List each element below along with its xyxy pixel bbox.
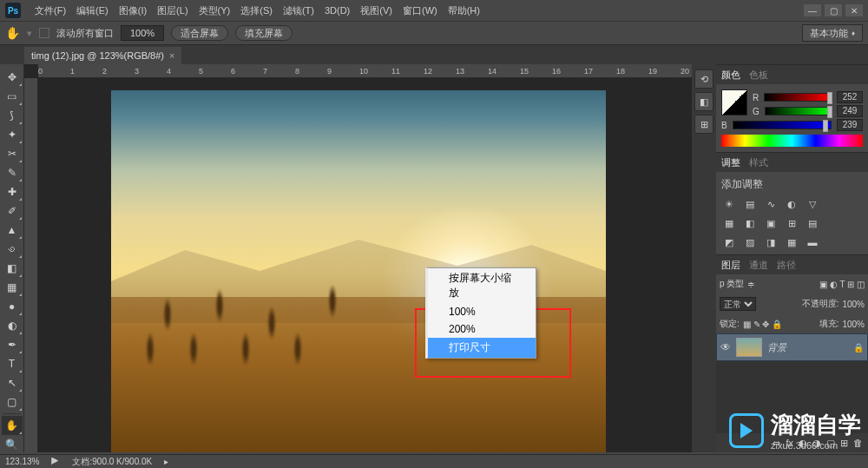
adj-exposure-icon[interactable]: ◐ bbox=[784, 197, 799, 211]
layer-background[interactable]: 👁 背景 🔒 bbox=[716, 333, 868, 361]
menu-help[interactable]: 帮助(H) bbox=[443, 4, 485, 17]
brush-tool[interactable]: ✐ bbox=[2, 201, 23, 221]
shape-tool[interactable]: ▢ bbox=[2, 392, 23, 412]
scroll-all-checkbox[interactable] bbox=[39, 28, 49, 38]
adj-curves-icon[interactable]: ∿ bbox=[763, 197, 779, 211]
hand-tool[interactable]: ✋ bbox=[2, 416, 23, 435]
maximize-button[interactable]: ▢ bbox=[825, 4, 842, 16]
status-zoom[interactable]: 123.13% bbox=[5, 457, 39, 466]
character-panel-icon[interactable]: ⊞ bbox=[694, 115, 713, 134]
ruler-horizontal[interactable]: 01234567891011121314151617181920 bbox=[38, 64, 692, 78]
adj-vibrance-icon[interactable]: ▽ bbox=[805, 197, 820, 211]
scroll-all-label: 滚动所有窗口 bbox=[56, 27, 114, 40]
ps-logo: Ps bbox=[5, 3, 21, 18]
pen-tool[interactable]: ✒ bbox=[2, 335, 23, 354]
tab-layers[interactable]: 图层 bbox=[721, 259, 740, 272]
menu-3d[interactable]: 3D(D) bbox=[319, 5, 355, 16]
lasso-tool[interactable]: ⟆ bbox=[2, 106, 23, 125]
menu-view[interactable]: 视图(V) bbox=[355, 4, 398, 17]
tab-color[interactable]: 颜色 bbox=[721, 69, 740, 82]
r-slider[interactable] bbox=[764, 93, 832, 102]
menu-filter[interactable]: 滤镜(T) bbox=[278, 4, 319, 17]
spectrum-bar[interactable] bbox=[721, 135, 863, 147]
adj-gradient-icon[interactable]: ▬ bbox=[805, 235, 820, 249]
blur-tool[interactable]: ● bbox=[2, 297, 23, 316]
menu-layer[interactable]: 图层(L) bbox=[152, 4, 193, 17]
options-bar: ✋ ▾ 滚动所有窗口 100% 适合屏幕 填充屏幕 基本功能♦ bbox=[0, 21, 868, 45]
type-tool[interactable]: T bbox=[2, 354, 23, 373]
status-doc[interactable]: 文档:900.0 K/900.0K bbox=[72, 456, 152, 468]
document-tab[interactable]: timg (12).jpg @ 123%(RGB/8#) × bbox=[24, 47, 181, 64]
fg-bg-swatch[interactable] bbox=[721, 89, 747, 115]
ruler-vertical[interactable] bbox=[24, 78, 38, 452]
color-panel: 颜色 色板 R252 G249 B239 bbox=[716, 64, 868, 152]
adj-lookup-icon[interactable]: ▤ bbox=[805, 216, 820, 230]
path-tool[interactable]: ↖ bbox=[2, 373, 23, 392]
fill-screen-button[interactable]: 填充屏幕 bbox=[235, 25, 293, 41]
adj-threshold-icon[interactable]: ◨ bbox=[763, 235, 779, 249]
tab-paths[interactable]: 路径 bbox=[777, 259, 796, 272]
b-value[interactable]: 239 bbox=[837, 119, 863, 131]
g-value[interactable]: 249 bbox=[837, 105, 863, 117]
dodge-tool[interactable]: ◐ bbox=[2, 316, 23, 335]
menu-select[interactable]: 选择(S) bbox=[235, 4, 278, 17]
menu-image[interactable]: 图像(I) bbox=[114, 4, 152, 17]
toolbox: ✥ ▭ ⟆ ✦ ✂ ✎ ✚ ✐ ▲ ꩜ ◧ ▦ ● ◐ ✒ T ↖ ▢ ✋ 🔍 … bbox=[0, 64, 24, 452]
healing-tool[interactable]: ✚ bbox=[2, 182, 23, 201]
adj-brightness-icon[interactable]: ☀ bbox=[721, 197, 737, 211]
menu-type[interactable]: 类型(Y) bbox=[194, 4, 236, 17]
properties-panel-icon[interactable]: ◧ bbox=[694, 92, 713, 111]
hand-tool-icon[interactable]: ✋ bbox=[5, 26, 20, 40]
close-button[interactable]: ✕ bbox=[845, 4, 863, 16]
ctx-fit-screen[interactable]: 按屏幕大小缩放 bbox=[428, 268, 536, 303]
gradient-tool[interactable]: ▦ bbox=[2, 278, 23, 297]
menu-file[interactable]: 文件(F) bbox=[30, 4, 71, 17]
panel-stack: 颜色 色板 R252 G249 B239 调整 样式 添加调整 ☀▤∿◐▽ bbox=[716, 64, 868, 452]
close-tab-icon[interactable]: × bbox=[169, 50, 174, 61]
ctx-100[interactable]: 100% bbox=[428, 303, 536, 320]
adj-selective-icon[interactable]: ▦ bbox=[784, 235, 799, 249]
ctx-200[interactable]: 200% bbox=[428, 320, 536, 338]
zoom-tool[interactable]: 🔍 bbox=[2, 435, 23, 454]
doc-info-icon[interactable]: ⯈ bbox=[51, 457, 60, 466]
visibility-icon[interactable]: 👁 bbox=[720, 341, 731, 353]
zoom-field[interactable]: 100% bbox=[121, 25, 164, 41]
watermark: 溜溜自学 zixue.3d66.com bbox=[729, 410, 861, 451]
magic-wand-tool[interactable]: ✦ bbox=[2, 125, 23, 144]
tab-styles[interactable]: 样式 bbox=[749, 156, 768, 169]
adj-poster-icon[interactable]: ▨ bbox=[742, 235, 758, 249]
menu-window[interactable]: 窗口(W) bbox=[398, 4, 443, 17]
ctx-print-size[interactable]: 打印尺寸 bbox=[428, 338, 536, 358]
menu-edit[interactable]: 编辑(E) bbox=[71, 4, 114, 17]
crop-tool[interactable]: ✂ bbox=[2, 144, 23, 163]
adj-photo-icon[interactable]: ▣ bbox=[763, 216, 779, 230]
marquee-tool[interactable]: ▭ bbox=[2, 87, 23, 106]
minimize-button[interactable]: — bbox=[804, 4, 821, 16]
fit-screen-button[interactable]: 适合屏幕 bbox=[171, 25, 228, 41]
adj-hue-icon[interactable]: ▦ bbox=[721, 216, 737, 230]
menu-bar: Ps 文件(F) 编辑(E) 图像(I) 图层(L) 类型(Y) 选择(S) 滤… bbox=[0, 0, 868, 21]
tab-adjustments[interactable]: 调整 bbox=[721, 156, 740, 169]
blend-mode-select[interactable]: 正常 bbox=[720, 297, 756, 311]
eyedropper-tool[interactable]: ✎ bbox=[2, 163, 23, 182]
lock-icon: 🔒 bbox=[853, 343, 864, 353]
collapsed-dock: ⟲ ◧ ⊞ bbox=[692, 64, 716, 452]
stamp-tool[interactable]: ▲ bbox=[2, 221, 23, 240]
move-tool[interactable]: ✥ bbox=[2, 68, 23, 87]
adj-invert-icon[interactable]: ◩ bbox=[721, 235, 737, 249]
history-brush-tool[interactable]: ꩜ bbox=[2, 240, 23, 259]
tab-swatches[interactable]: 色板 bbox=[749, 69, 768, 82]
canvas-area[interactable]: 01234567891011121314151617181920 bbox=[24, 64, 692, 452]
adj-mixer-icon[interactable]: ⊞ bbox=[784, 216, 799, 230]
context-menu: 按屏幕大小缩放 100% 200% 打印尺寸 bbox=[425, 267, 536, 359]
adj-bw-icon[interactable]: ◧ bbox=[742, 216, 758, 230]
workspace-switcher[interactable]: 基本功能♦ bbox=[802, 24, 863, 42]
eraser-tool[interactable]: ◧ bbox=[2, 259, 23, 278]
b-slider[interactable] bbox=[733, 121, 832, 129]
g-slider[interactable] bbox=[765, 107, 832, 115]
adj-levels-icon[interactable]: ▤ bbox=[742, 197, 758, 211]
r-value[interactable]: 252 bbox=[837, 91, 863, 103]
tab-channels[interactable]: 通道 bbox=[749, 259, 768, 272]
history-panel-icon[interactable]: ⟲ bbox=[694, 69, 713, 89]
layer-thumbnail[interactable] bbox=[736, 338, 762, 357]
